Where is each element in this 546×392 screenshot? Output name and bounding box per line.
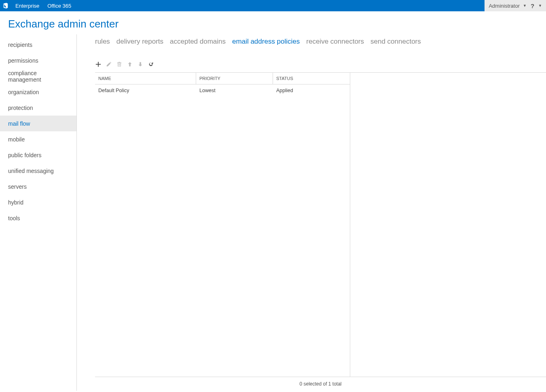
- topbar: Enterprise Office 365 Administrator ▼ ? …: [0, 0, 546, 11]
- tab-receive-connectors[interactable]: receive connectors: [306, 38, 364, 46]
- column-header-name[interactable]: NAME: [95, 73, 196, 84]
- sidebar-item-permissions[interactable]: permissions: [0, 53, 76, 68]
- cell-status: Applied: [273, 84, 350, 97]
- sidebar-item-mail-flow[interactable]: mail flow: [0, 116, 76, 131]
- move-up-button[interactable]: [127, 62, 133, 68]
- caret-down-icon: ▼: [523, 4, 527, 8]
- tab-rules[interactable]: rules: [95, 38, 110, 46]
- arrow-down-icon: [138, 61, 143, 69]
- breadcrumb-enterprise[interactable]: Enterprise: [11, 0, 43, 11]
- policy-table: NAME PRIORITY STATUS Default Policy Lowe…: [95, 72, 546, 377]
- pencil-icon: [106, 61, 112, 69]
- user-menu[interactable]: Administrator ▼ ? ▼: [485, 0, 546, 11]
- table-header: NAME PRIORITY STATUS: [95, 73, 350, 84]
- refresh-button[interactable]: [148, 62, 154, 68]
- trash-icon: [116, 61, 122, 69]
- tab-accepted-domains[interactable]: accepted domains: [170, 38, 226, 46]
- page-title: Exchange admin center: [0, 11, 546, 34]
- table-row[interactable]: Default Policy Lowest Applied: [95, 84, 350, 97]
- caret-down-icon: ▼: [538, 4, 542, 8]
- detail-pane: [350, 73, 546, 377]
- tab-send-connectors[interactable]: send connectors: [370, 38, 421, 46]
- tab-delivery-reports[interactable]: delivery reports: [116, 38, 163, 46]
- sidebar-item-recipients[interactable]: recipients: [0, 37, 76, 53]
- sidebar-item-hybrid[interactable]: hybrid: [0, 194, 76, 210]
- help-icon[interactable]: ?: [530, 2, 535, 9]
- column-header-status[interactable]: STATUS: [273, 73, 350, 84]
- toolbar: [95, 46, 546, 72]
- arrow-up-icon: [127, 61, 133, 69]
- sidebar-item-mobile[interactable]: mobile: [0, 131, 76, 147]
- add-button[interactable]: [95, 62, 102, 68]
- sidebar-item-unified-messaging[interactable]: unified messaging: [0, 163, 76, 179]
- sidebar-item-public-folders[interactable]: public folders: [0, 147, 76, 163]
- cell-priority: Lowest: [196, 84, 273, 97]
- refresh-icon: [148, 61, 154, 69]
- status-line: 0 selected of 1 total: [95, 377, 546, 391]
- sidebar-item-compliance-management[interactable]: compliance management: [0, 68, 76, 84]
- user-label: Administrator: [489, 3, 520, 9]
- sidebar-item-tools[interactable]: tools: [0, 210, 76, 226]
- edit-button[interactable]: [106, 62, 112, 68]
- plus-icon: [95, 61, 101, 69]
- subtabs: rules delivery reports accepted domains …: [95, 34, 546, 46]
- sidebar-item-protection[interactable]: protection: [0, 100, 76, 116]
- sidebar: recipients permissions compliance manage…: [0, 34, 77, 391]
- tab-email-address-policies[interactable]: email address policies: [232, 38, 300, 46]
- office-logo-icon: [0, 0, 11, 11]
- main-content: rules delivery reports accepted domains …: [77, 34, 546, 391]
- column-header-priority[interactable]: PRIORITY: [196, 73, 273, 84]
- breadcrumb-office365[interactable]: Office 365: [43, 0, 75, 11]
- move-down-button[interactable]: [137, 62, 144, 68]
- delete-button[interactable]: [116, 62, 123, 68]
- sidebar-item-organization[interactable]: organization: [0, 84, 76, 100]
- cell-name: Default Policy: [95, 84, 196, 97]
- sidebar-item-servers[interactable]: servers: [0, 179, 76, 194]
